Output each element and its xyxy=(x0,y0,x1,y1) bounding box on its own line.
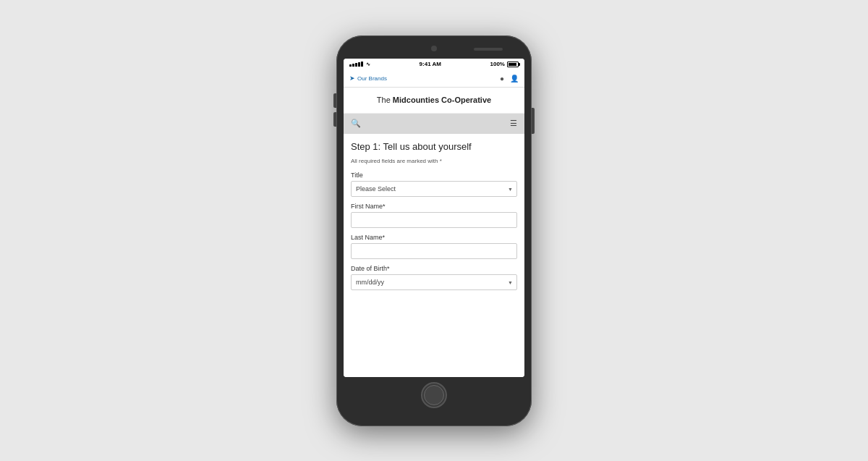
first-name-label: First Name* xyxy=(351,203,517,210)
last-name-label: Last Name* xyxy=(351,234,517,241)
logo-prefix: The xyxy=(377,96,393,104)
search-button[interactable]: 🔍 xyxy=(351,119,361,128)
dob-select[interactable]: mm/dd/yy xyxy=(351,274,517,290)
main-content: Step 1: Tell us about yourself All requi… xyxy=(344,134,524,377)
location-icon[interactable]: ● xyxy=(500,75,504,83)
account-icon[interactable]: 👤 xyxy=(510,75,519,83)
last-name-input[interactable] xyxy=(351,243,517,259)
logo-bar: The Midcounties Co-Operative xyxy=(344,88,524,114)
dob-label: Date of Birth* xyxy=(351,265,517,272)
phone-screen: ∿ 9:41 AM 100% ➤ Our Brands ● 👤 xyxy=(344,59,524,377)
dob-field-group: Date of Birth* mm/dd/yy xyxy=(351,265,517,290)
status-bar: ∿ 9:41 AM 100% xyxy=(344,59,524,70)
logo-brand: Midcounties Co-Operative xyxy=(393,96,491,104)
first-name-field-group: First Name* xyxy=(351,203,517,228)
title-label: Title xyxy=(351,172,517,179)
camera xyxy=(431,46,437,51)
search-menu-bar: 🔍 ☰ xyxy=(344,114,524,134)
speaker xyxy=(474,48,503,51)
wifi-icon: ∿ xyxy=(366,62,370,67)
page-title: Step 1: Tell us about yourself xyxy=(351,141,517,152)
menu-button[interactable]: ☰ xyxy=(510,119,517,128)
status-right: 100% xyxy=(490,61,519,67)
title-select-wrapper: Please Select Mr Mrs Miss Ms Dr xyxy=(351,181,517,197)
last-name-field-group: Last Name* xyxy=(351,234,517,259)
nav-bar: ➤ Our Brands ● 👤 xyxy=(344,70,524,88)
home-button[interactable] xyxy=(421,382,447,408)
phone-top xyxy=(344,43,524,59)
status-left: ∿ xyxy=(349,62,370,67)
first-name-input[interactable] xyxy=(351,212,517,228)
battery-icon xyxy=(507,62,519,67)
brand-logo: The Midcounties Co-Operative xyxy=(377,96,491,104)
nav-icons: ● 👤 xyxy=(500,75,519,83)
dob-select-wrapper: mm/dd/yy xyxy=(351,274,517,290)
title-field-group: Title Please Select Mr Mrs Miss Ms Dr xyxy=(351,172,517,197)
side-button-right xyxy=(532,108,535,134)
required-note: All required fields are marked with * xyxy=(351,158,517,164)
battery-pct: 100% xyxy=(490,61,505,67)
side-buttons-left xyxy=(333,93,336,131)
phone-device: ∿ 9:41 AM 100% ➤ Our Brands ● 👤 xyxy=(336,35,532,426)
status-time: 9:41 AM xyxy=(420,61,441,67)
title-select[interactable]: Please Select Mr Mrs Miss Ms Dr xyxy=(351,181,517,197)
our-brands-link[interactable]: ➤ Our Brands xyxy=(349,75,387,82)
phone-bottom xyxy=(344,377,524,413)
brands-icon: ➤ xyxy=(349,75,355,82)
signal-icon xyxy=(349,62,363,67)
home-button-inner xyxy=(424,385,444,405)
our-brands-label: Our Brands xyxy=(357,75,387,82)
